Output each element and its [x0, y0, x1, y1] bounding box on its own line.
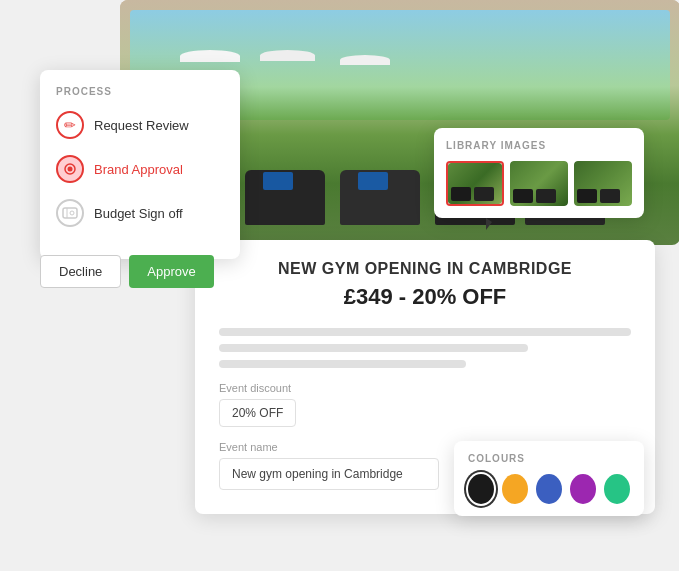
library-image-2[interactable]	[510, 161, 568, 206]
img1-treadmill2	[474, 187, 494, 201]
card-price: £349 - 20% OFF	[219, 284, 631, 310]
svg-point-4	[70, 211, 74, 215]
library-image-1-inner	[448, 163, 502, 204]
library-image-3[interactable]	[574, 161, 632, 206]
library-image-1[interactable]	[446, 161, 504, 206]
process-item-budget-signoff[interactable]: Budget Sign off	[56, 199, 224, 227]
colour-black[interactable]	[468, 474, 494, 504]
umbrella-2	[260, 50, 315, 61]
img1-treadmill	[451, 187, 471, 201]
umbrella-1	[180, 50, 240, 62]
brand-approval-label: Brand Approval	[94, 162, 183, 177]
circle-icon	[64, 163, 76, 175]
colour-yellow[interactable]	[502, 474, 528, 504]
library-images-container	[446, 161, 632, 206]
treadmill-screen-2	[263, 172, 293, 190]
process-title: PROCESS	[56, 86, 224, 97]
process-panel: PROCESS ✏ Request Review Brand Approval …	[40, 70, 240, 259]
img3-treadmill2	[600, 189, 620, 203]
content-line-3	[219, 360, 466, 368]
colour-circles-container	[468, 474, 630, 504]
library-panel: LIBRARY IMAGES	[434, 128, 644, 218]
event-discount-value[interactable]: 20% OFF	[219, 399, 296, 427]
content-line-2	[219, 344, 528, 352]
content-line-1	[219, 328, 631, 336]
treadmill-screen-3	[358, 172, 388, 190]
colours-title: COLOURS	[468, 453, 630, 464]
library-image-3-inner	[574, 161, 632, 206]
event-name-value[interactable]: New gym opening in Cambridge	[219, 458, 439, 490]
colours-panel: COLOURS	[454, 441, 644, 516]
img2-treadmill	[513, 189, 533, 203]
umbrella-3	[340, 55, 390, 65]
budget-signoff-label: Budget Sign off	[94, 206, 183, 221]
svg-point-1	[68, 167, 73, 172]
library-title: LIBRARY IMAGES	[446, 140, 632, 151]
process-item-brand-approval[interactable]: Brand Approval	[56, 155, 224, 183]
event-discount-label: Event discount	[219, 382, 631, 394]
img2-treadmill2	[536, 189, 556, 203]
brand-approval-icon	[56, 155, 84, 183]
action-buttons: Decline Approve	[40, 255, 214, 288]
money-icon	[62, 205, 78, 221]
img3-treadmill	[577, 189, 597, 203]
approve-button[interactable]: Approve	[129, 255, 213, 288]
colour-blue[interactable]	[536, 474, 562, 504]
library-image-2-inner	[510, 161, 568, 206]
card-title: NEW GYM OPENING IN CAMBRIDGE	[219, 260, 631, 278]
request-review-label: Request Review	[94, 118, 189, 133]
colour-green[interactable]	[604, 474, 630, 504]
decline-button[interactable]: Decline	[40, 255, 121, 288]
colour-purple[interactable]	[570, 474, 596, 504]
request-review-icon: ✏	[56, 111, 84, 139]
budget-signoff-icon	[56, 199, 84, 227]
process-item-request-review[interactable]: ✏ Request Review	[56, 111, 224, 139]
